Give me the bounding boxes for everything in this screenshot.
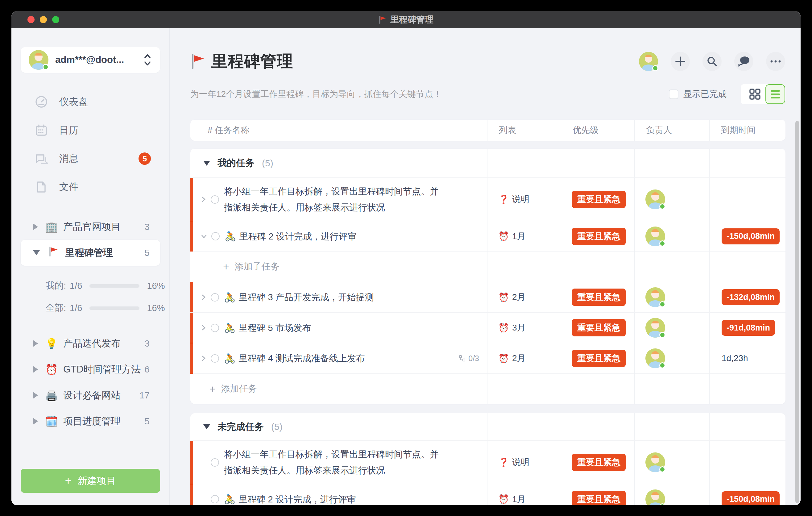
task-row[interactable]: 将小组一年工作目标拆解，设置出里程碑时间节点。并指派相关责任人。用标签来展示进行… (190, 440, 785, 484)
task-row[interactable]: 🚴 里程碑 5 市场发布 ⏰3月 重要且紧急 -91d,08min (190, 312, 785, 343)
red-flag-icon (47, 246, 60, 260)
project-item-iteration[interactable]: 💡 产品迭代发布 3 (11, 331, 169, 356)
grid-view-button[interactable] (748, 87, 762, 101)
task-complete-checkbox[interactable] (211, 354, 219, 363)
new-project-label: 新建项目 (78, 474, 116, 487)
project-item-website[interactable]: 🏢 产品官网项目 3 (11, 214, 169, 240)
project-item-milestone[interactable]: 里程碑管理 5 (21, 240, 160, 266)
priority-badge: 重要且紧急 (572, 491, 626, 506)
new-project-button[interactable]: + 新建项目 (21, 469, 160, 493)
plus-icon: + (223, 261, 229, 273)
task-title: 里程碑 2 设计完成，进行评审 (239, 228, 356, 245)
group-count: (5) (262, 158, 273, 169)
dashboard-icon (34, 95, 48, 109)
task-complete-checkbox[interactable] (211, 495, 219, 503)
collapse-group-icon[interactable] (203, 424, 210, 429)
vertical-scrollbar[interactable] (795, 121, 799, 503)
project-item-design-sites[interactable]: 🖨️ 设计必备网站 17 (11, 382, 169, 408)
cyclist-icon: 🚴 (224, 322, 235, 333)
question-icon: ❓ (498, 194, 509, 205)
group-count: (5) (271, 422, 283, 432)
task-complete-checkbox[interactable] (211, 195, 219, 204)
unread-count-badge: 5 (139, 152, 151, 165)
show-completed-checkbox[interactable] (669, 89, 678, 99)
task-list-name: 2月 (512, 352, 526, 364)
task-complete-checkbox[interactable] (211, 232, 220, 240)
collapse-task-icon[interactable] (200, 234, 208, 239)
show-completed-label: 显示已完成 (683, 88, 727, 100)
sidebar-item-messages[interactable]: 消息 5 (11, 144, 169, 173)
sidebar-item-dashboard[interactable]: 仪表盘 (11, 88, 169, 116)
subtask-tree-icon (459, 354, 466, 362)
task-row[interactable]: 🚴 里程碑 4 测试完成准备线上发布 0/3 ⏰2月 重要且紧急 1d,23h (190, 343, 785, 373)
chevron-right-icon[interactable] (33, 392, 38, 399)
subtask-counter: 0/3 (459, 354, 479, 363)
stat-percent: 16% (147, 281, 165, 291)
more-button[interactable] (766, 52, 785, 71)
up-down-chevron-icon (143, 53, 152, 67)
group-header[interactable]: 未完成任务 (5) (190, 413, 785, 440)
expand-task-icon[interactable] (200, 324, 207, 332)
expand-task-icon[interactable] (200, 196, 207, 203)
assignee-avatar (645, 287, 665, 307)
due-time-cell (709, 178, 785, 221)
cyclist-icon: 🚴 (224, 292, 235, 303)
chat-button[interactable] (734, 52, 753, 71)
add-button[interactable] (671, 52, 690, 71)
due-time-badge: -150d,08min (722, 491, 780, 506)
list-view-button[interactable] (765, 84, 785, 104)
user-name: adm***@doot... (55, 54, 124, 65)
task-complete-checkbox[interactable] (211, 458, 219, 467)
table-header: # 任务名称 列表 优先级 负责人 到期时间 (190, 120, 785, 141)
search-button[interactable] (702, 52, 722, 71)
chevron-right-icon[interactable] (33, 224, 38, 230)
due-time-text: 1d,23h (722, 353, 748, 363)
sidebar: adm***@doot... 仪表盘 日历 (11, 28, 170, 505)
add-subtask-row[interactable]: + 添加子任务 (190, 251, 785, 282)
file-icon (34, 180, 48, 194)
project-item-schedule[interactable]: 🗓️ 项目进度管理 5 (11, 408, 169, 434)
task-title: 里程碑 3 产品开发完成，开始提测 (238, 289, 374, 305)
sidebar-item-label: 日历 (59, 124, 78, 137)
stat-label: 全部: (46, 302, 66, 314)
project-count: 17 (140, 390, 150, 401)
task-row[interactable]: 🚴 里程碑 2 设计完成，进行评审 ⏰1月 重要且紧急 -150d,08min (190, 484, 785, 505)
collapse-group-icon[interactable] (203, 161, 210, 166)
sidebar-item-calendar[interactable]: 日历 (11, 116, 169, 144)
current-user-avatar[interactable] (639, 52, 658, 71)
cyclist-icon: 🚴 (224, 353, 235, 364)
question-icon: ❓ (498, 457, 509, 467)
task-row[interactable]: 🚴 里程碑 3 产品开发完成，开始提测 ⏰2月 重要且紧急 -132d,08mi… (190, 282, 785, 312)
task-list-name: 说明 (512, 194, 529, 205)
sidebar-item-files[interactable]: 文件 (11, 173, 169, 201)
chevron-right-icon[interactable] (33, 418, 38, 425)
expand-task-icon[interactable] (200, 354, 207, 362)
priority-badge: 重要且紧急 (572, 319, 626, 336)
alarm-clock-icon: ⏰ (498, 231, 509, 241)
task-row[interactable]: 🚴 里程碑 2 设计完成，进行评审 ⏰1月 重要且紧急 -150d,08min (190, 221, 785, 251)
alarm-clock-icon: ⏰ (45, 364, 58, 376)
task-list-name: 1月 (512, 493, 526, 505)
stat-label: 我的: (46, 280, 66, 292)
task-group-my-tasks: 我的任务 (5) 将小组一年工作目标拆解，设置出里程碑时间节点。并指派相关责任人… (190, 149, 785, 404)
task-row[interactable]: 将小组一年工作目标拆解，设置出里程碑时间节点。并指派相关责任人。用标签来展示进行… (190, 177, 785, 221)
project-count: 3 (144, 222, 150, 232)
chevron-right-icon[interactable] (33, 340, 38, 347)
online-status-dot (652, 65, 658, 71)
task-complete-checkbox[interactable] (211, 293, 219, 302)
task-complete-checkbox[interactable] (211, 324, 219, 332)
expand-task-icon[interactable] (200, 293, 207, 301)
titlebar: 里程碑管理 (11, 11, 801, 28)
plus-icon (675, 56, 686, 67)
sidebar-item-label: 文件 (59, 180, 78, 194)
chevron-down-icon[interactable] (33, 250, 40, 255)
task-list-name: 说明 (512, 456, 529, 468)
group-header[interactable]: 我的任务 (5) (190, 149, 785, 177)
assignee-avatar (645, 227, 665, 246)
add-task-row[interactable]: + 添加任务 (190, 373, 785, 404)
my-progress-row: 我的: 1/6 16% (11, 275, 169, 297)
task-title: 将小组一年工作目标拆解，设置出里程碑时间节点。并指派相关责任人。用标签来展示进行… (224, 183, 440, 216)
project-item-gtd[interactable]: ⏰ GTD时间管理方法 6 (11, 356, 169, 382)
account-switcher[interactable]: adm***@doot... (21, 47, 160, 73)
chevron-right-icon[interactable] (33, 366, 38, 373)
